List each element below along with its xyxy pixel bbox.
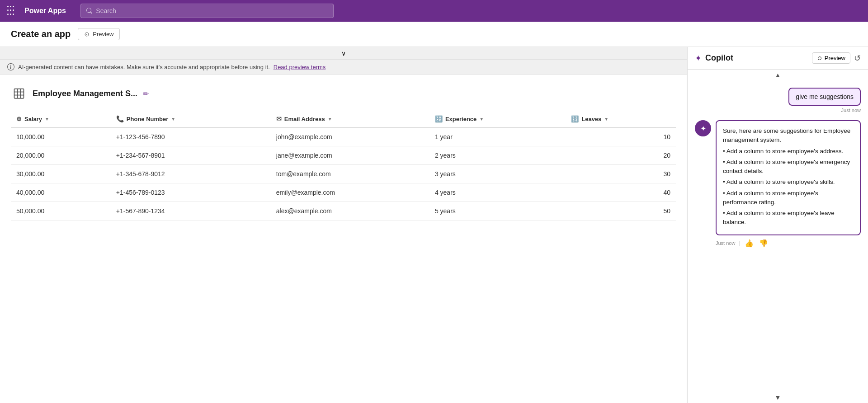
col-header-phone[interactable]: 📞 Phone Number ▼	[111, 111, 271, 127]
cell-salary-0: 10,000.00	[11, 127, 111, 146]
table-row: 20,000.00 +1-234-567-8901 jane@example.c…	[11, 146, 676, 165]
scroll-down-arrow[interactable]: ▼	[688, 392, 868, 403]
col-header-leaves[interactable]: 🔢 Leaves ▼	[566, 111, 676, 127]
cell-salary-1: 20,000.00	[11, 146, 111, 165]
collapse-icon: ∨	[341, 50, 346, 57]
bot-avatar: ✦	[695, 120, 711, 136]
apps-grid-icon[interactable]	[7, 6, 17, 16]
collapse-bar[interactable]: ∨	[0, 47, 687, 60]
info-icon	[7, 63, 14, 70]
table-title-row: Employee Management S... ✏	[11, 85, 676, 102]
bot-suggestions: • Add a column to store employee's addre…	[723, 147, 854, 227]
table-header-row: ⊕ Salary ▼ 📞 Phone Number ▼	[11, 111, 676, 127]
col-header-email[interactable]: ✉ Email Address ▼	[271, 111, 429, 127]
subheader: Create an app Preview	[0, 22, 868, 47]
table-row: 40,000.00 +1-456-789-0123 emily@example.…	[11, 183, 676, 202]
table-row: 10,000.00 +1-123-456-7890 john@example.c…	[11, 127, 676, 146]
experience-sort-icon: ▼	[479, 117, 484, 122]
leaves-sort-icon: ▼	[604, 117, 609, 122]
cell-experience-1: 2 years	[429, 146, 566, 165]
cell-leaves-1: 20	[566, 146, 676, 165]
col-header-salary[interactable]: ⊕ Salary ▼	[11, 111, 111, 127]
cell-phone-0[interactable]: +1-123-456-7890	[111, 127, 271, 146]
user-message-bubble: give me suggestions	[788, 88, 861, 106]
cell-leaves-2: 30	[566, 165, 676, 183]
bot-avatar-icon: ✦	[700, 124, 706, 133]
copilot-preview-button[interactable]: Preview	[812, 52, 850, 64]
cell-email-1[interactable]: jane@example.com	[271, 146, 429, 165]
thumbs-down-button[interactable]: 👎	[758, 239, 769, 248]
preview-icon	[84, 31, 90, 37]
app-title: Power Apps	[24, 7, 66, 15]
copilot-preview-label: Preview	[825, 55, 845, 61]
phone-sort-icon: ▼	[171, 117, 175, 122]
table-area: Employee Management S... ✏ ⊕ Salary ▼	[0, 75, 687, 403]
cell-leaves-4: 50	[566, 202, 676, 220]
refresh-icon[interactable]: ↺	[854, 53, 861, 63]
table-row: 50,000.00 +1-567-890-1234 alex@example.c…	[11, 202, 676, 220]
content-area: ∨ AI-generated content can have mistakes…	[0, 47, 687, 403]
cell-experience-2: 3 years	[429, 165, 566, 183]
email-label: Email Address	[284, 116, 325, 122]
search-input[interactable]	[96, 7, 328, 14]
bot-suggestion-1: • Add a column to store employee's emerg…	[723, 158, 854, 176]
bot-suggestion-2: • Add a column to store employee's skill…	[723, 178, 854, 187]
data-table: ⊕ Salary ▼ 📞 Phone Number ▼	[11, 111, 676, 220]
cell-experience-3: 4 years	[429, 183, 566, 202]
table-row: 30,000.00 +1-345-678-9012 tom@example.co…	[11, 165, 676, 183]
read-preview-terms-link[interactable]: Read preview terms	[274, 64, 326, 70]
cell-email-2[interactable]: tom@example.com	[271, 165, 429, 183]
leaves-label: Leaves	[581, 116, 601, 122]
cell-leaves-0: 10	[566, 127, 676, 146]
user-message-container: give me suggestions Just now	[695, 88, 861, 113]
cell-experience-4: 5 years	[429, 202, 566, 220]
experience-label: Experience	[445, 116, 476, 122]
leaves-icon: 🔢	[571, 115, 579, 122]
bot-message-container: Sure, here are some suggestions for Empl…	[716, 120, 861, 248]
cell-salary-2: 30,000.00	[11, 165, 111, 183]
copilot-header: ✦ Copilot Preview ↺	[688, 47, 868, 70]
bot-message-row: ✦ Sure, here are some suggestions for Em…	[695, 120, 861, 248]
edit-icon[interactable]: ✏	[143, 89, 149, 98]
bot-message-bubble: Sure, here are some suggestions for Empl…	[716, 120, 861, 235]
search-bar[interactable]	[80, 4, 334, 18]
scroll-up-arrow[interactable]: ▲	[688, 70, 868, 80]
experience-icon: 🔠	[435, 115, 443, 122]
preview-label: Preview	[93, 31, 113, 37]
phone-label: Phone Number	[127, 116, 168, 122]
bot-suggestion-0: • Add a column to store employee's addre…	[723, 147, 854, 156]
bot-footer: Just now | 👍 👎	[716, 239, 861, 248]
cell-phone-4[interactable]: +1-567-890-1234	[111, 202, 271, 220]
cell-email-3[interactable]: emily@example.com	[271, 183, 429, 202]
search-icon	[86, 8, 92, 14]
salary-icon: ⊕	[16, 115, 22, 122]
bot-suggestion-3: • Add a column to store employee's perfo…	[723, 189, 854, 207]
table-title: Employee Management S...	[33, 89, 137, 98]
salary-label: Salary	[24, 116, 42, 122]
cell-salary-3: 40,000.00	[11, 183, 111, 202]
cell-phone-1[interactable]: +1-234-567-8901	[111, 146, 271, 165]
page-title: Create an app	[11, 29, 71, 39]
svg-rect-0	[14, 89, 24, 98]
cell-phone-3[interactable]: +1-456-789-0123	[111, 183, 271, 202]
main-layout: ∨ AI-generated content can have mistakes…	[0, 47, 868, 403]
cell-email-0[interactable]: john@example.com	[271, 127, 429, 146]
preview-button[interactable]: Preview	[78, 28, 119, 40]
thumbs-up-button[interactable]: 👍	[744, 239, 755, 248]
table-grid-icon	[11, 85, 27, 102]
copilot-star-icon: ✦	[695, 53, 702, 63]
salary-sort-icon: ▼	[45, 117, 49, 122]
cell-phone-2[interactable]: +1-345-678-9012	[111, 165, 271, 183]
cell-salary-4: 50,000.00	[11, 202, 111, 220]
cell-leaves-3: 40	[566, 183, 676, 202]
email-icon: ✉	[276, 115, 282, 122]
bot-intro: Sure, here are some suggestions for Empl…	[723, 127, 854, 145]
info-message: AI-generated content can have mistakes. …	[18, 64, 270, 70]
cell-email-4[interactable]: alex@example.com	[271, 202, 429, 220]
col-header-experience[interactable]: 🔠 Experience ▼	[429, 111, 566, 127]
copilot-chat: give me suggestions Just now ✦ Sure, her…	[688, 80, 868, 392]
copilot-title: Copilot	[705, 53, 808, 63]
phone-icon: 📞	[116, 115, 124, 122]
copilot-panel: ✦ Copilot Preview ↺ ▲ give me suggestion…	[687, 47, 868, 403]
bot-timestamp: Just now	[716, 240, 735, 246]
